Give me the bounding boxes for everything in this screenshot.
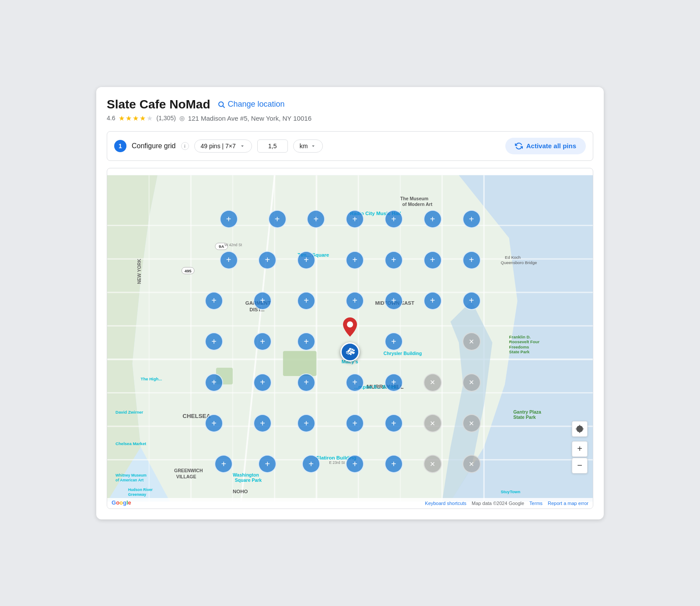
terms-link[interactable]: Terms — [529, 501, 542, 506]
svg-text:Greenway: Greenway — [128, 492, 146, 496]
center-location-pin[interactable] — [343, 317, 357, 338]
refresh-icon — [515, 142, 523, 150]
report-error-link[interactable]: Report a map error — [548, 501, 588, 506]
keyboard-shortcuts-link[interactable]: Keyboard shortcuts — [425, 501, 466, 506]
zoom-in-button[interactable]: + — [572, 441, 588, 457]
pin-1-2[interactable]: + — [268, 210, 287, 228]
pin-1-5[interactable]: + — [385, 210, 403, 228]
page-title: Slate Cafe NoMad — [107, 98, 210, 111]
svg-text:Whitney Museum: Whitney Museum — [116, 473, 147, 477]
svg-rect-24 — [283, 351, 317, 376]
pin-4-5[interactable]: + — [385, 332, 403, 351]
page-header: Slate Cafe NoMad Change location — [107, 98, 593, 111]
svg-text:VILLAGE: VILLAGE — [176, 474, 196, 479]
pin-5-6[interactable]: × — [424, 373, 442, 392]
pin-7-1[interactable]: + — [214, 455, 233, 473]
chevron-down-icon-unit — [310, 143, 316, 149]
svg-text:State Park: State Park — [513, 414, 536, 419]
pin-6-1[interactable]: + — [205, 414, 223, 432]
svg-text:Chelsea Market: Chelsea Market — [116, 441, 147, 446]
pin-2-4[interactable]: + — [346, 251, 364, 269]
pin-1-3[interactable]: + — [307, 210, 325, 228]
pin-5-1[interactable]: + — [205, 373, 223, 392]
pin-7-5[interactable]: + — [385, 455, 403, 473]
pin-7-3[interactable]: + — [302, 455, 320, 473]
pin-6-6[interactable]: × — [424, 414, 442, 432]
svg-text:Roosevelt Four: Roosevelt Four — [509, 339, 540, 344]
pin-5-5[interactable]: + — [385, 373, 403, 392]
activate-all-pins-button[interactable]: Activate all pins — [505, 138, 586, 154]
drag-icon — [345, 347, 355, 357]
zoom-out-button[interactable]: − — [572, 458, 588, 474]
svg-text:The High...: The High... — [141, 376, 162, 381]
rating-value: 4.6 — [107, 115, 115, 122]
drag-pin[interactable] — [340, 342, 360, 362]
activate-all-label: Activate all pins — [526, 142, 576, 150]
pin-5-2[interactable]: + — [253, 373, 272, 392]
pin-7-7[interactable]: × — [462, 455, 481, 473]
pin-4-1[interactable]: + — [205, 332, 223, 351]
chevron-down-icon — [239, 143, 245, 149]
pin-6-5[interactable]: + — [385, 414, 403, 432]
change-location-link[interactable]: Change location — [217, 100, 285, 109]
pin-4-3[interactable]: + — [297, 332, 315, 351]
unit-dropdown[interactable]: km — [293, 139, 323, 153]
pin-1-1[interactable]: + — [220, 210, 238, 228]
svg-text:NEW YORK: NEW YORK — [136, 258, 142, 284]
svg-text:of Modern Art: of Modern Art — [402, 201, 433, 206]
address-text: 121 Madison Ave #5, New York, NY 10016 — [188, 115, 312, 122]
svg-text:Ed Koch: Ed Koch — [505, 255, 521, 260]
pin-3-4[interactable]: + — [346, 292, 364, 310]
pin-2-6[interactable]: + — [424, 251, 442, 269]
pins-value: 49 pins | 7×7 — [201, 143, 236, 150]
map-footer: Google Keyboard shortcuts Map data ©2024… — [107, 498, 593, 508]
grid-toolbar: 1 Configure grid i 49 pins | 7×7 km Acti… — [107, 131, 593, 161]
pin-3-1[interactable]: + — [205, 292, 223, 310]
pin-2-3[interactable]: + — [297, 251, 315, 269]
pins-dropdown[interactable]: 49 pins | 7×7 — [194, 139, 252, 153]
pin-3-6[interactable]: + — [424, 292, 442, 310]
pin-1-6[interactable]: + — [424, 210, 442, 228]
svg-text:Franklin D.: Franklin D. — [509, 334, 531, 339]
zoom-controls: + − — [572, 421, 588, 474]
star-3: ★ — [133, 114, 139, 122]
svg-point-0 — [219, 102, 224, 107]
pin-6-4[interactable]: + — [346, 414, 364, 432]
pin-5-4[interactable]: + — [346, 373, 364, 392]
pin-6-3[interactable]: + — [297, 414, 315, 432]
unit-value: km — [300, 143, 308, 150]
map-container[interactable]: NEW YORK CHELSEA GARMENT DIST... MIDTOWN… — [107, 168, 593, 509]
pin-3-3[interactable]: + — [297, 292, 315, 310]
distance-input[interactable] — [257, 139, 288, 153]
pin-3-7[interactable]: + — [462, 292, 481, 310]
pin-3-5[interactable]: + — [385, 292, 403, 310]
recenter-button[interactable] — [572, 421, 588, 437]
pin-7-6[interactable]: × — [424, 455, 442, 473]
business-info: 4.6 ★ ★ ★ ★ ★ (1,305) ◎ 121 Madison Ave … — [107, 114, 593, 122]
pin-1-7[interactable]: + — [462, 210, 481, 228]
pin-7-4[interactable]: + — [346, 455, 364, 473]
svg-text:Washington: Washington — [233, 472, 259, 477]
pin-6-7[interactable]: × — [462, 414, 481, 432]
google-logo: Google — [112, 499, 131, 506]
svg-text:W 42nd St: W 42nd St — [224, 243, 242, 247]
pin-4-2[interactable]: + — [253, 332, 272, 351]
star-4: ★ — [140, 114, 146, 122]
pin-2-7[interactable]: + — [462, 251, 481, 269]
pin-2-2[interactable]: + — [258, 251, 276, 269]
pin-1-4[interactable]: + — [346, 210, 364, 228]
recenter-icon — [575, 425, 584, 433]
pin-6-2[interactable]: + — [253, 414, 272, 432]
pin-3-2[interactable]: + — [253, 292, 272, 310]
info-icon[interactable]: i — [181, 142, 189, 150]
pin-5-3[interactable]: + — [297, 373, 315, 392]
pin-2-5[interactable]: + — [385, 251, 403, 269]
svg-text:Hudson River: Hudson River — [128, 488, 153, 492]
pin-7-2[interactable]: + — [258, 455, 276, 473]
pin-2-1[interactable]: + — [220, 251, 238, 269]
pin-4-7[interactable]: × — [462, 332, 481, 351]
svg-point-70 — [347, 321, 353, 327]
svg-text:495: 495 — [185, 268, 192, 273]
svg-line-1 — [223, 106, 224, 108]
pin-5-7[interactable]: × — [462, 373, 481, 392]
